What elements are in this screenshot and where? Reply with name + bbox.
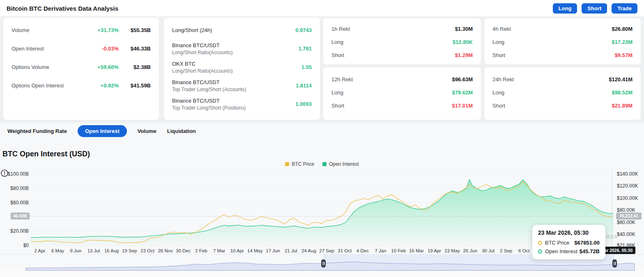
derivatives-dashboard: Bitcoin BTC Derivatives Data Analysis Lo…: [0, 0, 644, 277]
ratio-label: Binance BTC/USDT: [172, 42, 294, 48]
stat-value: $46.33B: [119, 46, 151, 52]
tooltip-series-label: BTC Price: [545, 240, 569, 246]
ratio-label: Binance BTC/USDT: [172, 79, 292, 85]
long-button[interactable]: Long: [553, 3, 577, 14]
chart-legend: BTC PriceOpen Interest: [0, 161, 644, 167]
ratio-row: Binance BTC/USDTTop Trader Long/Short (P…: [172, 95, 312, 113]
stat-change: -0.03%: [74, 46, 119, 52]
rekt-row-label: 12h Rekt: [331, 76, 452, 82]
ratio-label-group: Binance BTC/USDTLong/Short Ratio(Account…: [172, 42, 294, 55]
rekt-row-value: $1.29M: [455, 52, 473, 58]
rekt-row-value: $96.63M: [452, 76, 473, 82]
market-stat-row: Options Open Interest+0.92%$41.59B: [12, 76, 151, 95]
rekt-row-value: $26.80M: [612, 26, 632, 32]
chart-area: $100.00B$80.00B$60.00B$20.00B$0 $140.00K…: [0, 168, 644, 277]
trade-button[interactable]: Trade: [612, 3, 637, 14]
stat-label: Open Interest: [12, 46, 74, 52]
ratio-sublabel: Top Trader Long/Short (Accounts): [172, 87, 292, 92]
y-axis-right-tick: $140.00K: [617, 171, 642, 177]
navigator-handle-right[interactable]: [612, 259, 617, 268]
tooltip-date: 23 Mar 2026, 05:30: [538, 229, 600, 236]
legend-item[interactable]: Open Interest: [322, 161, 359, 167]
tooltip-series-dot: [538, 250, 542, 254]
ratio-label-group: OKX BTCLong/Short Ratio(Accounts): [172, 61, 297, 74]
ratio-row: Binance BTC/USDTLong/Short Ratio(Account…: [172, 39, 312, 58]
rekt-row-label: Short: [492, 103, 612, 109]
market-stat-row: Open Interest-0.03%$46.33B: [12, 39, 151, 58]
rekt-row-value: $17.23M: [612, 39, 632, 45]
stat-label: Options Open Interest: [12, 82, 74, 89]
rekt-row: Long$98.52M: [492, 86, 632, 99]
rekt-card: 4h Rekt$26.80MLong$17.23MShort$9.57M: [484, 18, 641, 64]
rekt-row: Short$1.29M: [331, 48, 473, 62]
tooltip-rows: BTC Price$67851.00Open Interest$45.72B: [538, 240, 600, 254]
ratio-value: 1.0093: [295, 101, 312, 107]
ratio-label: OKX BTC: [172, 61, 297, 67]
short-button[interactable]: Short: [582, 3, 607, 14]
tab-weighted-funding-rate[interactable]: Weighted Funding Rate: [7, 125, 67, 137]
tooltip-row: BTC Price$67851.00: [538, 240, 600, 246]
rekt-row: Long$17.23M: [492, 35, 632, 48]
tab-volume[interactable]: Volume: [138, 125, 156, 137]
rekt-row: 1h Rekt$1.30M: [331, 22, 473, 35]
ratio-sublabel: Long/Short Ratio(Accounts): [172, 50, 294, 55]
stat-value: $41.59B: [119, 82, 151, 89]
y-axis-left-tick: $60.00B: [0, 199, 29, 206]
tooltip-series-label: Open Interest: [545, 248, 577, 254]
stat-change: +59.60%: [74, 64, 119, 70]
ratio-label: Binance BTC/USDT: [172, 98, 291, 104]
rekt-row-label: 4h Rekt: [492, 26, 612, 32]
page-title: Bitcoin BTC Derivatives Data Analysis: [7, 5, 118, 12]
rekt-card: 1h Rekt$1.30MLong$12.85KShort$1.29M: [323, 18, 481, 64]
rekt-row-value: $12.85K: [453, 39, 473, 45]
ratio-row: Binance BTC/USDTTop Trader Long/Short (A…: [172, 76, 312, 95]
rekt-row: 12h Rekt$96.63M: [331, 73, 473, 86]
tooltip-series-dot: [538, 241, 542, 245]
ratio-value: 1.791: [298, 46, 312, 52]
legend-label: BTC Price: [292, 161, 314, 167]
stat-value: $2.38B: [119, 64, 151, 70]
market-stat-row: Volume+31.73%$55.35B: [12, 21, 151, 39]
current-open-interest-badge: 40.93B: [11, 213, 30, 220]
tab-liquidation[interactable]: Liquidation: [167, 125, 196, 137]
rekt-row-value: $17.01M: [452, 103, 473, 109]
ratio-row: Long/Short (24h)0.9743: [172, 21, 312, 39]
rekt-row-label: Short: [492, 52, 615, 58]
bottom-strip: [0, 271, 644, 277]
legend-swatch: [285, 162, 289, 166]
rekt-row-label: Short: [331, 52, 455, 58]
tooltip-series-value: $67851.00: [575, 240, 600, 246]
rekt-card: 24h Rekt$120.41MLong$98.52MShort$21.89M: [484, 67, 641, 120]
rekt-row: Short$9.57M: [492, 48, 632, 62]
rekt-row-label: Long: [331, 89, 452, 96]
legend-swatch: [322, 162, 327, 166]
rekt-row-value: $9.57M: [615, 52, 632, 58]
rekt-row-value: $1.30M: [455, 26, 473, 32]
ratio-label-group: Binance BTC/USDTTop Trader Long/Short (A…: [172, 79, 292, 92]
page-header: Bitcoin BTC Derivatives Data Analysis Lo…: [0, 0, 644, 17]
ratio-value: 1.8114: [296, 82, 312, 89]
ratio-label-group: Binance BTC/USDTTop Trader Long/Short (P…: [172, 98, 291, 111]
rekt-row-value: $98.52M: [612, 89, 632, 96]
y-axis-left-tick: $80.00B: [0, 185, 29, 192]
stat-label: Volume: [12, 27, 74, 33]
legend-item[interactable]: BTC Price: [285, 161, 314, 167]
navigator-handle-left[interactable]: [321, 259, 326, 268]
stat-change: +0.92%: [74, 82, 119, 89]
y-axis-right-tick: $120.00K: [617, 183, 642, 189]
clock-icon[interactable]: [0, 168, 9, 178]
y-axis-right-tick: $100.00K: [617, 195, 642, 201]
chart-tooltip: 23 Mar 2026, 05:30 BTC Price$67851.00Ope…: [532, 225, 605, 259]
ratio-label-group: Long/Short (24h): [172, 27, 291, 33]
rekt-row-value: $120.41M: [609, 76, 632, 82]
tab-open-interest[interactable]: Open Interest: [78, 125, 127, 137]
tooltip-series-value: $45.72B: [580, 248, 600, 254]
rekt-row-label: 24h Rekt: [492, 76, 609, 82]
y-axis-left-tick: $0: [0, 242, 29, 249]
ratio-value: 1.55: [301, 64, 312, 70]
rekt-row-label: Long: [492, 39, 612, 45]
ratio-sublabel: Top Trader Long/Short (Positions): [172, 105, 291, 111]
long-short-ratio-card: Long/Short (24h)0.9743Binance BTC/USDTLo…: [164, 18, 320, 120]
chart-title: BTC Open Interest (USD): [2, 150, 90, 158]
rekt-row-label: Long: [492, 89, 612, 96]
